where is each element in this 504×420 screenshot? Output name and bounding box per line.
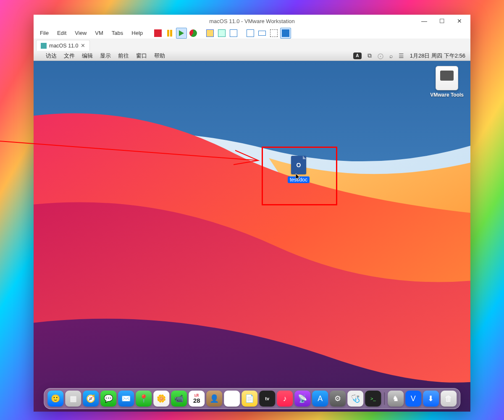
dock-podcasts[interactable]: 📡 <box>294 391 310 407</box>
dock-trash[interactable]: 🗑 <box>441 391 457 407</box>
minimize-button[interactable]: — <box>416 15 433 27</box>
mac-menu-file[interactable]: 文件 <box>64 52 75 60</box>
dock-mail[interactable]: ✉️ <box>118 391 134 407</box>
restart-button[interactable] <box>188 28 199 39</box>
tab-strip: macOS 11.0 ✕ <box>34 39 470 51</box>
vm-tab-icon <box>41 43 47 49</box>
menu-file[interactable]: File <box>36 28 52 38</box>
dock-calendar[interactable]: 1月28 <box>189 391 205 407</box>
dock-notes[interactable]: 📄 <box>242 391 257 407</box>
dock-app-v[interactable]: V <box>405 391 421 407</box>
file-label: test.doc <box>288 176 310 183</box>
play-button[interactable] <box>176 28 187 39</box>
poweroff-button[interactable] <box>152 28 163 39</box>
dock-terminal[interactable]: >_ <box>365 391 381 407</box>
mac-menu-finder[interactable]: 访达 <box>46 52 57 60</box>
window-titlebar[interactable]: macOS 11.0 - VMware Workstation — ☐ ✕ <box>34 15 470 27</box>
vmware-tools-label: VMware Tools <box>430 92 464 98</box>
word-file-icon: O <box>291 156 306 174</box>
fullscreen-button[interactable] <box>268 28 279 39</box>
desktop[interactable]: VMware Tools O test.doc 🙂▦🧭💬✉️📍🌼📹1月28👤☰📄… <box>34 61 470 412</box>
vmware-menubar: File Edit View VM Tabs Help <box>34 27 470 39</box>
thumbnail-button[interactable] <box>245 28 256 39</box>
pause-button[interactable] <box>164 28 175 39</box>
screen-mirror-icon[interactable]: ⧉ <box>368 52 372 59</box>
menu-edit[interactable]: Edit <box>53 28 70 38</box>
maximize-button[interactable]: ☐ <box>433 15 450 27</box>
dock-preferences[interactable]: ⚙ <box>330 391 346 407</box>
dock-appstore[interactable]: A <box>312 391 328 407</box>
mac-menu-help[interactable]: 帮助 <box>154 52 165 60</box>
dock-launchpad[interactable]: ▦ <box>65 391 81 407</box>
menu-tabs[interactable]: Tabs <box>108 28 127 38</box>
mac-menubar: 访达 文件 编辑 显示 前往 窗口 帮助 A ⧉ ⨀ ⌕ ☰ 1月28日 周四 … <box>34 51 470 61</box>
console-view-button[interactable] <box>257 28 268 39</box>
snapshot-manager-button[interactable] <box>216 28 227 39</box>
dock-tv[interactable]: tv <box>259 391 275 407</box>
dock-photos[interactable]: 🌼 <box>153 391 169 407</box>
guest-display[interactable]: 访达 文件 编辑 显示 前往 窗口 帮助 A ⧉ ⨀ ⌕ ☰ 1月28日 周四 … <box>34 51 470 412</box>
snapshot-button[interactable] <box>205 28 215 39</box>
vmware-window: macOS 11.0 - VMware Workstation — ☐ ✕ Fi… <box>34 15 470 412</box>
mac-menu-go[interactable]: 前往 <box>118 52 129 60</box>
menubar-datetime[interactable]: 1月28日 周四 下午2:56 <box>410 52 465 60</box>
mac-menu-edit[interactable]: 编辑 <box>82 52 93 60</box>
dock-safari[interactable]: 🧭 <box>83 391 99 407</box>
unity-button[interactable] <box>280 28 291 39</box>
vm-tab[interactable]: macOS 11.0 ✕ <box>36 40 90 51</box>
dock-utility[interactable]: 🩺 <box>347 391 363 407</box>
dock-finder[interactable]: 🙂 <box>47 391 63 407</box>
wifi-icon[interactable]: ⨀ <box>378 52 383 59</box>
spotlight-icon[interactable]: ⌕ <box>389 52 393 59</box>
close-icon[interactable]: ✕ <box>81 42 85 49</box>
menu-vm[interactable]: VM <box>91 28 107 38</box>
desktop-file-testdoc[interactable]: O test.doc <box>288 156 310 183</box>
input-source-icon[interactable]: A <box>353 52 362 59</box>
dock-messages[interactable]: 💬 <box>100 391 116 407</box>
disk-icon <box>436 66 458 90</box>
dock-contacts[interactable]: 👤 <box>206 391 222 407</box>
dock-facetime[interactable]: 📹 <box>171 391 187 407</box>
dock: 🙂▦🧭💬✉️📍🌼📹1月28👤☰📄tv♪📡A⚙🩺>_♞V⬇🗑 <box>44 388 460 409</box>
dock-reminders[interactable]: ☰ <box>224 391 240 407</box>
control-center-icon[interactable]: ☰ <box>399 52 404 59</box>
dock-chess[interactable]: ♞ <box>388 391 404 407</box>
mac-menu-window[interactable]: 窗口 <box>136 52 147 60</box>
revert-button[interactable] <box>228 28 239 39</box>
menu-view[interactable]: View <box>71 28 90 38</box>
dock-separator <box>384 392 385 405</box>
close-button[interactable]: ✕ <box>451 15 468 27</box>
dock-downloads[interactable]: ⬇ <box>423 391 439 407</box>
menu-help[interactable]: Help <box>128 28 147 38</box>
dock-maps[interactable]: 📍 <box>136 391 152 407</box>
vmware-tools-disk[interactable]: VMware Tools <box>430 66 464 98</box>
window-title: macOS 11.0 - VMware Workstation <box>209 18 295 24</box>
vm-tab-label: macOS 11.0 <box>49 43 78 49</box>
dock-music[interactable]: ♪ <box>277 391 293 407</box>
mac-menu-view[interactable]: 显示 <box>100 52 111 60</box>
